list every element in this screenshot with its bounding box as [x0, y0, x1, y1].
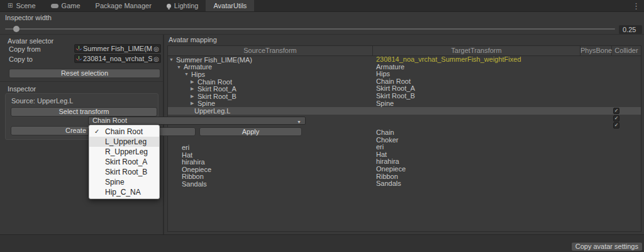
target-transform-label: Spine — [373, 100, 394, 108]
grid-icon: ⊞ — [8, 3, 13, 9]
dropdown-item-label: L_UpperLeg — [105, 137, 147, 146]
source-transform-cell: ▼Hips — [168, 71, 373, 78]
avatar-selector-title: Avatar selector — [8, 37, 53, 45]
source-transform-label: Spine — [197, 100, 215, 108]
tab-game[interactable]: Game — [43, 0, 88, 11]
foldout-open-icon[interactable]: ▼ — [169, 57, 176, 62]
source-transform-label: eri — [182, 144, 189, 151]
tab-label: AvatarUtils — [213, 2, 247, 9]
table-row[interactable]: SandalsSandals — [168, 180, 641, 188]
dropdown-item-chain-root[interactable]: ✓Chain Root — [89, 127, 159, 137]
target-transform-label — [373, 115, 376, 122]
tab-package-manager[interactable]: Package Manager — [88, 0, 159, 11]
dropdown-item-l_upperleg[interactable]: L_UpperLeg — [89, 137, 159, 147]
tab-label: Scene — [16, 2, 35, 9]
source-transform-cell — [168, 137, 373, 144]
source-transform-cell: Sandals — [168, 180, 373, 188]
dropdown-item-label: Skirt Root_A — [105, 158, 147, 166]
source-transform-cell: Onepiece — [168, 166, 373, 173]
source-transform-label: Armature — [184, 64, 212, 71]
table-row[interactable]: RibbonRibbon — [168, 173, 641, 181]
source-transform-cell: Hat — [168, 151, 373, 159]
source-transform-cell: eri — [168, 144, 373, 151]
foldout-open-icon[interactable]: ▼ — [184, 72, 191, 76]
source-transform-label: hirahira — [182, 158, 205, 166]
checkmark-icon: ✓ — [94, 127, 99, 137]
copy-to-field[interactable]: 230814_noa_vrchat_Summ ◎ — [74, 54, 161, 63]
foldout-closed-icon[interactable]: ▶ — [191, 101, 197, 106]
collider-checkbox[interactable]: ✓ — [613, 108, 619, 114]
source-transform-cell: ▶Skirt Root_A — [168, 85, 373, 93]
select-transform-button[interactable]: Select transform — [11, 107, 157, 117]
tab-avatarutils[interactable]: AvatarUtils — [206, 0, 254, 11]
table-row[interactable]: HatHat — [168, 151, 641, 159]
dropdown-item-label: R_UpperLeg — [105, 147, 148, 156]
transform-icon — [76, 46, 82, 52]
dropdown-item-skirt-root_b[interactable]: Skirt Root_B — [89, 167, 159, 177]
table-row[interactable]: ▶SpineSpine — [168, 100, 641, 108]
target-transform-label: 230814_noa_vrchat_SummerFish_weightFixed — [373, 56, 521, 64]
target-transform-dropdown[interactable]: Chain Root ▼ — [88, 117, 306, 125]
inspector-width-value-field[interactable]: 0.25 — [619, 25, 642, 34]
source-transform-label: Hips — [191, 71, 205, 78]
foldout-closed-icon[interactable]: ▶ — [191, 86, 197, 91]
reset-selection-button[interactable]: Reset selection — [9, 69, 160, 78]
avatar-mapping-title: Avatar mapping — [169, 36, 217, 43]
copy-avatar-settings-button[interactable]: Copy avatar settings — [571, 242, 643, 251]
dropdown-item-label: Hip_C_NA — [105, 188, 141, 197]
foldout-open-icon[interactable]: ▼ — [177, 65, 184, 69]
table-row[interactable]: erieri — [168, 144, 641, 151]
foldout-closed-icon[interactable]: ▶ — [191, 79, 197, 84]
inspector-width-slider-handle[interactable] — [13, 26, 19, 32]
source-transform-label: Chain Root — [197, 78, 232, 86]
inspector-source-label: Source: UpperLeg.L — [11, 97, 73, 105]
tab-label: Game — [62, 2, 80, 9]
source-transform-label: Ribbon — [182, 173, 204, 181]
source-transform-cell: Ribbon — [168, 173, 373, 181]
tab-lighting[interactable]: Lighting — [159, 0, 206, 11]
target-transform-label: Skirt Root_B — [373, 93, 415, 100]
column-header-targettransform: TargetTransform — [373, 46, 580, 56]
kebab-menu-icon[interactable]: ⋮ — [632, 1, 640, 11]
source-transform-label: Summer Fish_LIME(MA) — [176, 56, 252, 64]
dropdown-item-hip_c_na[interactable]: Hip_C_NA — [89, 187, 159, 197]
source-transform-cell: ▶Skirt Root_B — [168, 93, 373, 100]
copy-from-value: Summer Fish_LIME(MA) (Tr — [83, 45, 152, 52]
inspector-title: Inspector — [8, 85, 36, 93]
table-row[interactable]: OnepieceOnepiece — [168, 166, 641, 173]
bulb-icon — [167, 4, 171, 8]
column-header-collider: Collider — [612, 46, 641, 56]
dropdown-item-skirt-root_a[interactable]: Skirt Root_A — [89, 157, 159, 167]
object-picker-icon[interactable]: ◎ — [153, 45, 159, 52]
apply-button[interactable]: Apply — [199, 127, 302, 136]
table-row[interactable]: ▼ArmatureArmature — [168, 64, 641, 71]
column-header-sourcetransform: SourceTransform — [168, 46, 373, 56]
mapping-table: SourceTransformTargetTransformPhysBoneCo… — [167, 45, 641, 232]
source-transform-label: Onepiece — [182, 166, 211, 173]
collider-checkbox[interactable]: ✓ — [613, 122, 619, 129]
source-transform-cell: ▼Armature — [168, 64, 373, 71]
source-transform-label: Skirt Root_B — [197, 93, 236, 100]
column-header-physbone: PhysBone — [580, 46, 612, 56]
tab-scene[interactable]: ⊞Scene — [0, 0, 43, 11]
table-row[interactable]: ▶Skirt Root_BSkirt Root_B — [168, 93, 641, 100]
dropdown-item-label: Spine — [105, 178, 125, 186]
collider-checkbox[interactable]: ✓ — [613, 115, 619, 122]
table-row[interactable]: Choker — [168, 137, 641, 144]
foldout-closed-icon[interactable]: ▶ — [191, 94, 197, 99]
copy-to-label: Copy to — [9, 55, 33, 63]
target-transform-label — [373, 107, 376, 115]
copy-from-label: Copy from — [9, 45, 41, 53]
gamepad-icon — [51, 4, 58, 8]
footer-bar: Copy avatar settings — [0, 234, 644, 252]
tab-label: Lighting — [174, 2, 199, 9]
table-row[interactable]: ▼Summer Fish_LIME(MA)230814_noa_vrchat_S… — [168, 56, 641, 64]
object-picker-icon[interactable]: ◎ — [153, 55, 159, 62]
table-row[interactable]: UpperLeg.L✓ — [168, 107, 641, 115]
target-transform-label: Sandals — [373, 180, 401, 188]
dropdown-item-r_upperleg[interactable]: R_UpperLeg — [89, 147, 159, 157]
dropdown-popup: ✓Chain RootL_UpperLegR_UpperLegSkirt Roo… — [89, 125, 160, 199]
dropdown-item-spine[interactable]: Spine — [89, 177, 159, 187]
copy-from-field[interactable]: Summer Fish_LIME(MA) (Tr ◎ — [74, 44, 161, 53]
inspector-width-slider-track[interactable] — [5, 28, 615, 30]
